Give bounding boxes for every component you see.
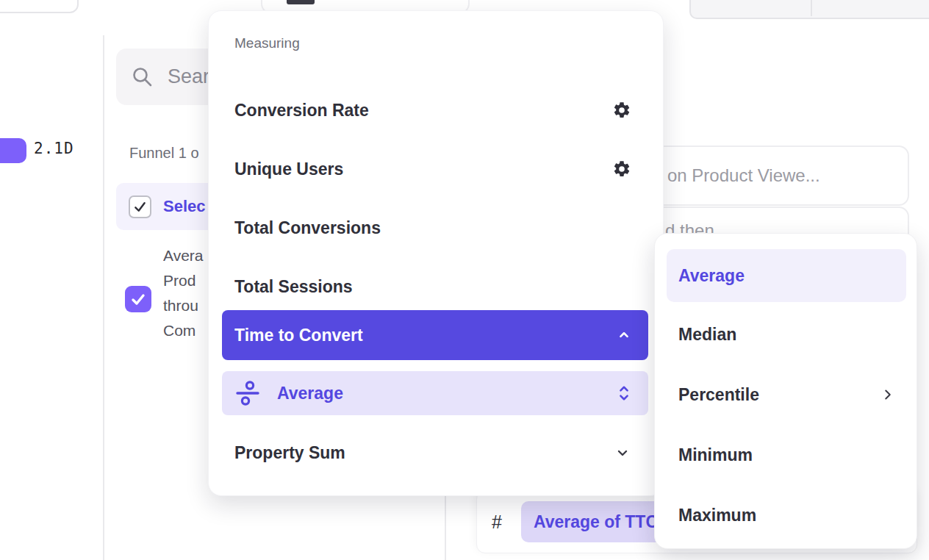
measuring-header: Measuring: [234, 35, 300, 51]
menu-item-label: Time to Convert: [234, 326, 363, 345]
menu-item-property-sum[interactable]: Property Sum: [234, 436, 631, 470]
partial-dark-tab[interactable]: [287, 0, 315, 4]
selected-row-label: Selec: [163, 197, 206, 216]
chevron-right-icon: [880, 387, 896, 403]
app-stage: 2.1D Sear Funnel 1 o Selec Avera Prod th…: [0, 0, 929, 560]
menu-item-label: Unique Users: [234, 159, 343, 179]
agg-item-average-selected[interactable]: Average: [667, 249, 906, 302]
left-panel-divider: [103, 35, 104, 560]
series-label: 2.1D: [34, 140, 74, 157]
checkbox-checked-purple[interactable]: [125, 286, 151, 312]
average-of-ttc-dropdown[interactable]: Average of TTC: [521, 501, 668, 542]
agg-item-median[interactable]: Median: [678, 317, 896, 351]
builder-panel-divider: [445, 496, 446, 560]
chevron-down-icon: [614, 444, 631, 462]
menu-item-label: Property Sum: [234, 443, 345, 463]
up-down-selector-icon: [616, 384, 632, 402]
agg-item-percentile[interactable]: Percentile: [678, 378, 896, 412]
agg-item-maximum[interactable]: Maximum: [678, 498, 896, 532]
menu-item-label: Total Conversions: [234, 218, 381, 238]
time-to-convert-average-selector[interactable]: Average: [222, 371, 648, 415]
menu-item-label: Conversion Rate: [234, 101, 369, 121]
checkmark-icon: [132, 199, 148, 215]
metric-description: Avera Prod throu Com: [163, 243, 208, 343]
menu-item-label: Total Sessions: [234, 277, 353, 297]
description-line: Avera: [163, 243, 208, 268]
series-color-badge: [0, 138, 26, 163]
agg-item-label: Average: [678, 266, 745, 286]
gear-icon[interactable]: [612, 101, 631, 120]
agg-item-label: Percentile: [678, 385, 759, 405]
agg-item-label: Median: [678, 325, 736, 345]
partial-top-right-toolbar[interactable]: [689, 0, 929, 19]
description-line: Prod: [163, 268, 208, 293]
search-icon: [131, 65, 154, 89]
gear-icon[interactable]: [612, 159, 631, 179]
description-line: Com: [163, 318, 208, 343]
toolbar-divider: [811, 0, 812, 16]
division-average-icon: [234, 380, 261, 406]
average-of-ttc-label: Average of TTC: [534, 512, 658, 532]
menu-item-label: Average: [277, 384, 616, 403]
checkbox-checked-dark[interactable]: [129, 195, 151, 218]
event-selector-text: on Product Viewe...: [667, 165, 820, 186]
number-type-symbol: #: [492, 511, 502, 533]
agg-item-minimum[interactable]: Minimum: [678, 438, 896, 472]
agg-item-label: Maximum: [678, 506, 756, 525]
agg-item-label: Minimum: [678, 445, 753, 465]
funnel-step-label: Funnel 1 o: [129, 145, 207, 162]
checkmark-icon: [129, 290, 147, 308]
menu-item-unique-users[interactable]: Unique Users: [234, 152, 631, 186]
measuring-dropdown-panel: Measuring Conversion Rate Unique Users T…: [208, 10, 664, 496]
description-line: throu: [163, 293, 208, 318]
partial-top-left-card: [0, 0, 79, 13]
menu-item-total-conversions[interactable]: Total Conversions: [234, 211, 631, 245]
aggregation-dropdown-panel: Average Median Percentile Minimum Maximu…: [654, 233, 917, 549]
menu-item-time-to-convert-selected[interactable]: Time to Convert: [222, 310, 648, 360]
menu-item-total-sessions[interactable]: Total Sessions: [234, 270, 631, 304]
chevron-up-icon: [616, 327, 632, 343]
menu-item-conversion-rate[interactable]: Conversion Rate: [234, 93, 631, 127]
search-placeholder: Sear: [168, 65, 209, 88]
